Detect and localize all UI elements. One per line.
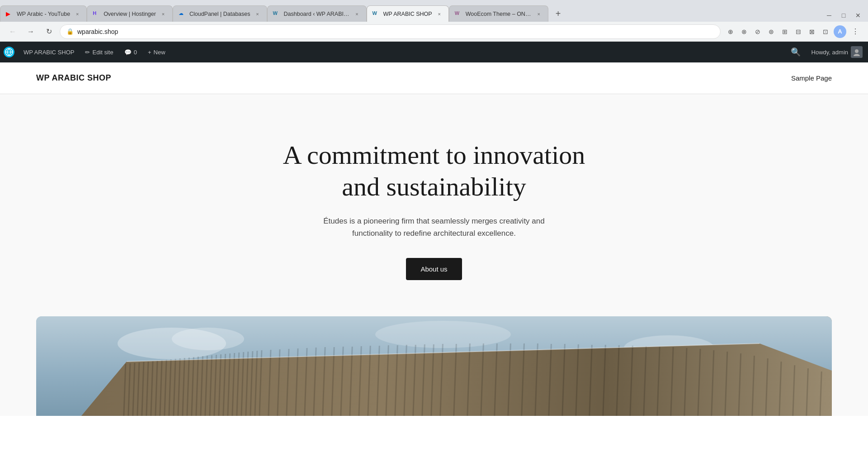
- wp-search-icon[interactable]: 🔍: [785, 42, 806, 62]
- site-header: WP ARABIC SHOP Sample Page: [0, 62, 868, 94]
- tab-close-hostinger[interactable]: ×: [160, 10, 167, 18]
- tab-woo[interactable]: W WooEcom Theme – ONE P… ×: [449, 5, 548, 22]
- tab-favicon-dash: W: [273, 10, 280, 18]
- browser-frame: ▶ WP Arabic - YouTube × H Overview | Hos…: [0, 0, 868, 42]
- website-content: WP ARABIC SHOP Sample Page A commitment …: [0, 62, 868, 416]
- ext-icon-5[interactable]: ⊞: [778, 25, 791, 38]
- tab-close-yt[interactable]: ×: [74, 10, 81, 18]
- image-section: [0, 316, 868, 416]
- tab-hostinger[interactable]: H Overview | Hostinger ×: [87, 5, 173, 22]
- site-name-label: WP ARABIC SHOP: [24, 49, 74, 56]
- admin-bar-comments[interactable]: 💬 0: [119, 42, 142, 62]
- wp-avatar: [851, 46, 863, 58]
- tab-label-woo: WooEcom Theme – ONE P…: [466, 11, 532, 17]
- hero-subtitle: Études is a pioneering firm that seamles…: [307, 215, 561, 239]
- tab-label-cloud: CloudPanel | Databases: [189, 11, 250, 17]
- ext-icon-3[interactable]: ⊘: [751, 25, 764, 38]
- tab-bar-right: ─ □ ✕: [823, 9, 868, 22]
- url-text: wparabic.shop: [77, 28, 714, 35]
- site-nav: Sample Page: [791, 74, 832, 82]
- tab-label-yt: WP Arabic - YouTube: [17, 11, 70, 17]
- ext-icon-2[interactable]: ⊗: [738, 25, 750, 38]
- tab-favicon-yt: ▶: [6, 10, 13, 18]
- tab-bar: ▶ WP Arabic - YouTube × H Overview | Hos…: [0, 0, 868, 22]
- about-us-button[interactable]: About us: [406, 258, 462, 280]
- maximize-button[interactable]: □: [837, 9, 850, 22]
- admin-bar-edit-site[interactable]: ✏ Edit site: [80, 42, 118, 62]
- svg-point-2: [855, 49, 859, 53]
- wp-logo[interactable]: [0, 42, 18, 62]
- tab-favicon-hostinger: H: [93, 10, 100, 18]
- wp-logo-icon: [4, 47, 14, 57]
- sample-page-link[interactable]: Sample Page: [791, 74, 832, 82]
- tab-label-hostinger: Overview | Hostinger: [104, 11, 156, 17]
- address-bar-row: ← → ↻ 🔒 wparabic.shop ⊕ ⊗ ⊘ ⊛ ⊞ ⊟ ⊠ ⊡ A …: [0, 22, 868, 42]
- hero-section: A commitment to innovation and sustainab…: [0, 94, 868, 316]
- building-svg: [36, 316, 832, 416]
- ext-icon-6[interactable]: ⊟: [792, 25, 805, 38]
- ext-icon-7[interactable]: ⊠: [806, 25, 818, 38]
- wp-admin-bar-right: 🔍 Howdy, admin: [785, 42, 868, 62]
- reload-button[interactable]: ↻: [42, 24, 56, 39]
- ext-icon-4[interactable]: ⊛: [765, 25, 778, 38]
- admin-bar-new[interactable]: + New: [142, 42, 171, 62]
- tab-favicon-cloud: ☁: [179, 10, 186, 18]
- forward-button[interactable]: →: [24, 24, 38, 39]
- profile-icon[interactable]: A: [834, 25, 846, 38]
- lock-icon: 🔒: [66, 28, 74, 35]
- building-image: [36, 316, 832, 416]
- more-options-button[interactable]: ⋮: [848, 24, 863, 39]
- new-label: New: [154, 49, 165, 56]
- site-title: WP ARABIC SHOP: [36, 73, 111, 83]
- howdy-text: Howdy, admin: [811, 49, 848, 56]
- tab-favicon-woo: W: [455, 10, 462, 18]
- comments-count: 0: [134, 49, 137, 56]
- admin-bar-site-name[interactable]: WP ARABIC SHOP: [18, 42, 80, 62]
- tab-favicon-shop: W: [373, 10, 380, 18]
- hero-title-line2: and sustainability: [342, 172, 526, 201]
- tab-label-shop: WP ARABIC SHOP: [383, 11, 432, 17]
- hero-title: A commitment to innovation and sustainab…: [283, 139, 585, 202]
- tab-youtube[interactable]: ▶ WP Arabic - YouTube ×: [0, 5, 87, 22]
- edit-site-icon: ✏: [85, 49, 90, 56]
- tab-cloudpanel[interactable]: ☁ CloudPanel | Databases ×: [173, 5, 267, 22]
- browser-actions: ⊕ ⊗ ⊘ ⊛ ⊞ ⊟ ⊠ ⊡ A ⋮: [724, 24, 863, 39]
- minimize-button[interactable]: ─: [823, 9, 835, 22]
- back-button[interactable]: ←: [5, 24, 20, 39]
- tab-close-woo[interactable]: ×: [535, 10, 542, 18]
- edit-site-label: Edit site: [92, 49, 113, 56]
- wp-admin-bar: WP ARABIC SHOP ✏ Edit site 💬 0 + New 🔍 H…: [0, 42, 868, 62]
- hero-title-line1: A commitment to innovation: [283, 140, 585, 170]
- comments-icon: 💬: [124, 49, 132, 56]
- tab-close-shop[interactable]: ×: [436, 10, 443, 18]
- extension-icons: ⊕ ⊗ ⊘ ⊛ ⊞ ⊟ ⊠ ⊡: [724, 25, 832, 38]
- address-bar[interactable]: 🔒 wparabic.shop: [60, 24, 721, 39]
- tab-shop[interactable]: W WP ARABIC SHOP ×: [367, 5, 449, 22]
- wp-howdy[interactable]: Howdy, admin: [806, 42, 868, 62]
- tab-dashboard[interactable]: W Dashboard ‹ WP ARABIC S… ×: [267, 5, 367, 22]
- svg-point-6: [172, 328, 244, 350]
- ext-icon-1[interactable]: ⊕: [724, 25, 737, 38]
- new-tab-button[interactable]: +: [550, 5, 566, 22]
- ext-icon-8[interactable]: ⊡: [819, 25, 832, 38]
- tab-close-cloud[interactable]: ×: [254, 10, 261, 18]
- tab-label-dash: Dashboard ‹ WP ARABIC S…: [284, 11, 350, 17]
- plus-icon: +: [148, 49, 151, 56]
- tab-close-dash[interactable]: ×: [354, 10, 361, 18]
- close-browser-button[interactable]: ✕: [852, 9, 864, 22]
- svg-point-3: [854, 54, 860, 56]
